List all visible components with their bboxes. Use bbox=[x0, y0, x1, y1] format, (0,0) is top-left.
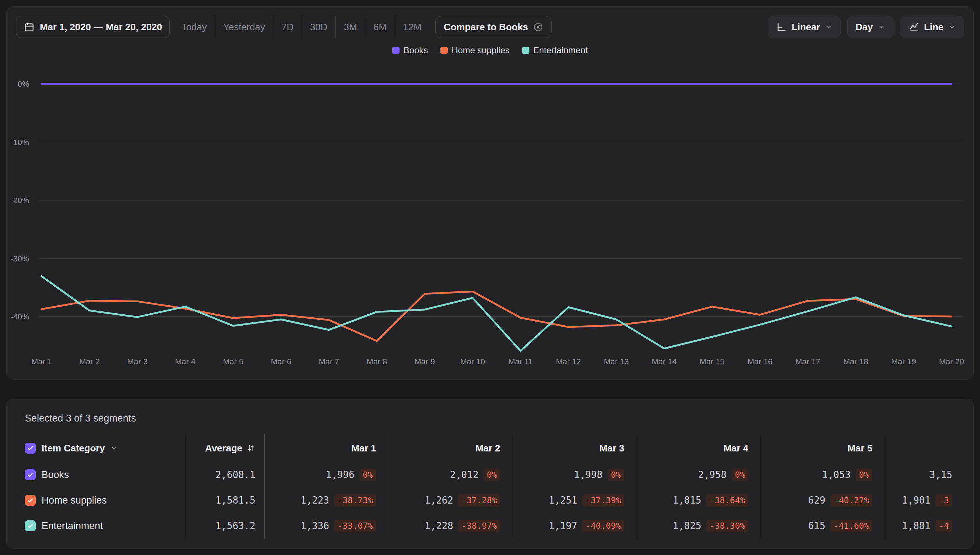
granularity-dropdown[interactable]: Day bbox=[847, 16, 893, 38]
x-axis-label: Mar 15 bbox=[699, 357, 724, 366]
value-cell: 1,815-38.64% bbox=[637, 488, 761, 513]
pct-change-badge: -3 bbox=[935, 494, 952, 507]
scale-dropdown[interactable]: Linear bbox=[768, 16, 840, 38]
chevron-down-icon bbox=[878, 23, 885, 30]
cell-value: 1,228 bbox=[425, 520, 453, 531]
value-cell: 1,336-33.07% bbox=[265, 513, 389, 539]
cell-value: 1,825 bbox=[673, 520, 701, 531]
chevron-down-icon[interactable] bbox=[111, 444, 118, 452]
segment-checkbox[interactable] bbox=[25, 520, 36, 531]
select-all-checkbox[interactable] bbox=[25, 443, 36, 454]
y-axis-label: 0% bbox=[18, 80, 29, 88]
value-cell: 1,197-40.09% bbox=[513, 513, 637, 539]
date-range-picker[interactable]: Mar 1, 2020 — Mar 20, 2020 bbox=[16, 16, 170, 38]
value-cell: 1,901-3 bbox=[885, 488, 974, 513]
segment-cell: Books bbox=[6, 462, 186, 488]
value-cell: 1,9980% bbox=[513, 462, 637, 488]
quick-range-12m[interactable]: 12M bbox=[395, 16, 430, 38]
header-mar-2: Mar 2 bbox=[389, 434, 513, 462]
x-axis-label: Mar 9 bbox=[414, 357, 435, 366]
header-mar-3: Mar 3 bbox=[513, 434, 637, 462]
date-header-label: Mar 4 bbox=[723, 443, 748, 454]
x-axis-label: Mar 20 bbox=[939, 357, 964, 366]
cell-value: 1,053 bbox=[822, 469, 850, 480]
date-header-label: Mar 2 bbox=[476, 443, 500, 454]
compare-button[interactable]: Compare to Books bbox=[435, 16, 552, 38]
chevron-down-icon bbox=[825, 23, 832, 30]
average-cell: 2,608.1 bbox=[186, 462, 265, 488]
chart-canvas[interactable]: 0%-10%-20%-30%-40%Mar 1Mar 2Mar 3Mar 4Ma… bbox=[6, 63, 974, 380]
compare-label: Compare to Books bbox=[443, 21, 528, 33]
pct-change-badge: -33.07% bbox=[334, 520, 376, 533]
segment-cell: Home supplies bbox=[6, 488, 186, 513]
header-clipped-column bbox=[885, 434, 974, 462]
cell-value: 1,336 bbox=[300, 520, 329, 531]
legend-item-entertainment[interactable]: Entertainment bbox=[522, 45, 588, 55]
average-cell: 1,581.5 bbox=[186, 488, 265, 513]
value-cell: 2,0120% bbox=[389, 462, 513, 488]
cell-value: 2,012 bbox=[450, 469, 478, 480]
chevron-down-icon bbox=[948, 23, 956, 30]
pct-change-badge: 0% bbox=[856, 468, 872, 481]
table-row-home-supplies: Home supplies1,581.51,223-38.73%1,262-37… bbox=[6, 488, 974, 513]
scale-dropdown-label: Linear bbox=[792, 21, 820, 33]
chart-type-dropdown-label: Line bbox=[924, 21, 943, 33]
legend-swatch-icon bbox=[522, 47, 529, 54]
date-header-label: Mar 1 bbox=[351, 443, 376, 454]
x-axis-label: Mar 13 bbox=[604, 357, 629, 366]
x-axis-label: Mar 6 bbox=[271, 357, 291, 366]
pct-change-badge: -37.39% bbox=[582, 494, 624, 507]
y-axis-label: -20% bbox=[11, 196, 29, 205]
x-axis-label: Mar 17 bbox=[795, 357, 820, 366]
legend-label: Books bbox=[403, 45, 428, 55]
line-chart-icon bbox=[908, 21, 919, 32]
chart-options-group: Linear Day Line bbox=[768, 16, 964, 38]
x-axis-label: Mar 19 bbox=[891, 357, 916, 366]
cell-value: 1,815 bbox=[673, 495, 701, 506]
value-cell: 1,262-37.28% bbox=[389, 488, 513, 513]
y-axis-label: -30% bbox=[11, 254, 29, 263]
calendar-icon bbox=[24, 21, 35, 32]
legend-label: Home supplies bbox=[452, 45, 510, 55]
header-item-category: Item Category bbox=[6, 434, 186, 462]
cell-value: 2,958 bbox=[698, 469, 726, 480]
pct-change-badge: -40.09% bbox=[582, 520, 624, 533]
legend-item-books[interactable]: Books bbox=[392, 45, 428, 55]
value-cell: 3,15 bbox=[885, 462, 974, 488]
cell-value: 1,996 bbox=[326, 469, 354, 480]
x-axis-label: Mar 11 bbox=[508, 357, 533, 366]
quick-range-yesterday[interactable]: Yesterday bbox=[215, 16, 273, 38]
legend-label: Entertainment bbox=[533, 45, 588, 55]
header-mar-1: Mar 1 bbox=[265, 434, 389, 462]
quick-range-today[interactable]: Today bbox=[173, 16, 215, 38]
header-mar-4: Mar 4 bbox=[637, 434, 761, 462]
quick-range-3m[interactable]: 3M bbox=[335, 16, 365, 38]
legend-item-home-supplies[interactable]: Home supplies bbox=[440, 45, 510, 55]
table-row-books: Books2,608.11,9960%2,0120%1,9980%2,9580%… bbox=[6, 462, 974, 488]
series-line-entertainment bbox=[42, 276, 951, 351]
chart-type-dropdown[interactable]: Line bbox=[900, 16, 964, 38]
header-mar-5: Mar 5 bbox=[761, 434, 885, 462]
pct-change-badge: 0% bbox=[359, 468, 376, 481]
segment-checkbox[interactable] bbox=[25, 469, 36, 480]
quick-range-7d[interactable]: 7D bbox=[273, 16, 301, 38]
value-cell: 1,251-37.39% bbox=[513, 488, 637, 513]
circle-x-icon[interactable] bbox=[533, 22, 543, 32]
quick-range-group: TodayYesterday7D30D3M6M12M bbox=[173, 16, 429, 38]
pct-change-badge: -38.64% bbox=[706, 494, 748, 507]
pct-change-badge: -38.30% bbox=[706, 520, 748, 533]
x-axis-label: Mar 18 bbox=[843, 357, 868, 366]
sort-icon[interactable] bbox=[246, 443, 255, 453]
date-header-label: Mar 5 bbox=[848, 443, 872, 454]
chart-card: Mar 1, 2020 — Mar 20, 2020 TodayYesterda… bbox=[6, 6, 974, 380]
y-axis-label: -10% bbox=[11, 138, 29, 147]
segment-checkbox[interactable] bbox=[25, 495, 36, 506]
x-axis-label: Mar 7 bbox=[318, 357, 339, 366]
selected-count: Selected 3 of 3 segments bbox=[6, 399, 974, 434]
cell-value: 1,881 bbox=[902, 520, 930, 531]
quick-range-30d[interactable]: 30D bbox=[302, 16, 336, 38]
value-cell: 1,223-38.73% bbox=[265, 488, 389, 513]
quick-range-6m[interactable]: 6M bbox=[365, 16, 394, 38]
segment-cell: Entertainment bbox=[6, 513, 186, 539]
value-cell: 1,228-38.97% bbox=[389, 513, 513, 539]
